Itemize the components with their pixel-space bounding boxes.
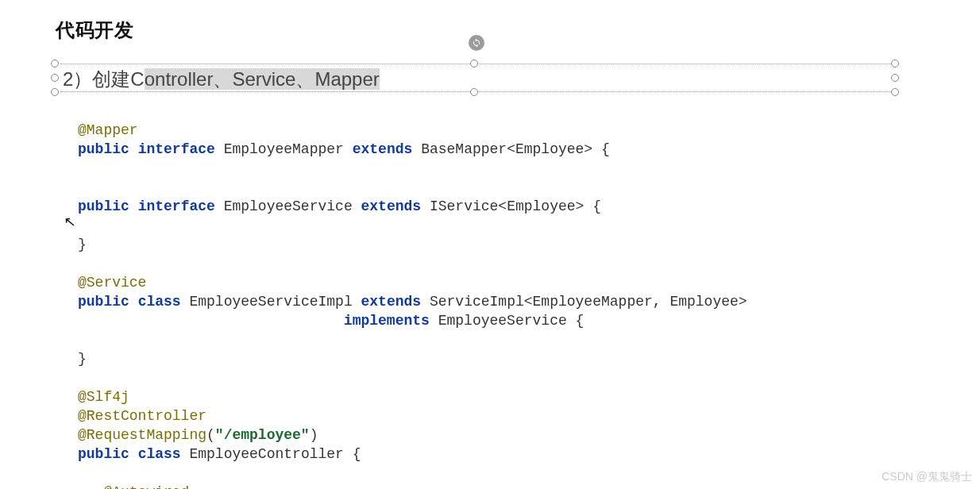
code-block: @Mapper public interface EmployeeMapper … bbox=[78, 102, 932, 489]
ann-autowired: @Autowired bbox=[103, 484, 189, 489]
paren: ) bbox=[310, 427, 318, 443]
ident: EmployeeService bbox=[224, 198, 353, 214]
code-text: BaseMapper<Employee> { bbox=[421, 141, 610, 157]
kw: class bbox=[138, 446, 181, 462]
subheading-highlight: ontroller、Service、Mapper bbox=[145, 68, 380, 90]
page-title: 代码开发 bbox=[56, 17, 133, 43]
ann-restcontroller: @RestController bbox=[78, 408, 206, 424]
kw: extends bbox=[361, 294, 422, 310]
handle-tc[interactable] bbox=[470, 60, 478, 67]
ann-reqmapping: @RequestMapping bbox=[78, 427, 206, 443]
string-literal: "/employee" bbox=[215, 427, 310, 443]
refresh-icon bbox=[469, 35, 484, 51]
kw: public bbox=[78, 446, 129, 462]
page-root: 代码开发 2）创建Controller、Service、Mapper ↖ @Ma… bbox=[0, 0, 980, 489]
kw: interface bbox=[138, 198, 215, 214]
brace: } bbox=[78, 237, 87, 252]
ident: EmployeeServiceImpl bbox=[189, 294, 352, 310]
ann-mapper: @Mapper bbox=[78, 122, 138, 138]
kw: extends bbox=[361, 198, 422, 214]
paren: ( bbox=[206, 427, 215, 443]
subheading-prefix: 2）创建C bbox=[63, 68, 145, 90]
kw: public bbox=[78, 294, 129, 310]
kw: public bbox=[78, 141, 129, 157]
handle-bl[interactable] bbox=[51, 88, 59, 96]
kw: interface bbox=[138, 141, 215, 157]
ann-service: @Service bbox=[78, 275, 146, 291]
cursor-icon: ↖ bbox=[63, 212, 76, 230]
code-text: ServiceImpl<EmployeeMapper, Employee> bbox=[430, 294, 747, 310]
kw: extends bbox=[353, 141, 413, 157]
watermark: CSDN @鬼鬼骑士 bbox=[882, 470, 972, 484]
handle-mr[interactable] bbox=[891, 74, 899, 82]
ident: EmployeeMapper bbox=[224, 141, 344, 157]
kw: implements bbox=[344, 313, 430, 329]
code-text: EmployeeService { bbox=[438, 313, 585, 329]
handle-tr[interactable] bbox=[891, 60, 899, 67]
handle-bc[interactable] bbox=[470, 88, 478, 96]
ident: EmployeeController { bbox=[189, 446, 361, 462]
brace: } bbox=[78, 351, 87, 367]
handle-br[interactable] bbox=[891, 88, 899, 96]
handle-tl[interactable] bbox=[51, 60, 59, 67]
code-text: IService<Employee> { bbox=[430, 198, 601, 214]
ann-slf4j: @Slf4j bbox=[78, 389, 129, 405]
kw: public bbox=[78, 198, 129, 214]
subheading[interactable]: 2）创建Controller、Service、Mapper bbox=[63, 67, 380, 92]
handle-ml[interactable] bbox=[51, 74, 59, 82]
kw: class bbox=[138, 294, 181, 310]
